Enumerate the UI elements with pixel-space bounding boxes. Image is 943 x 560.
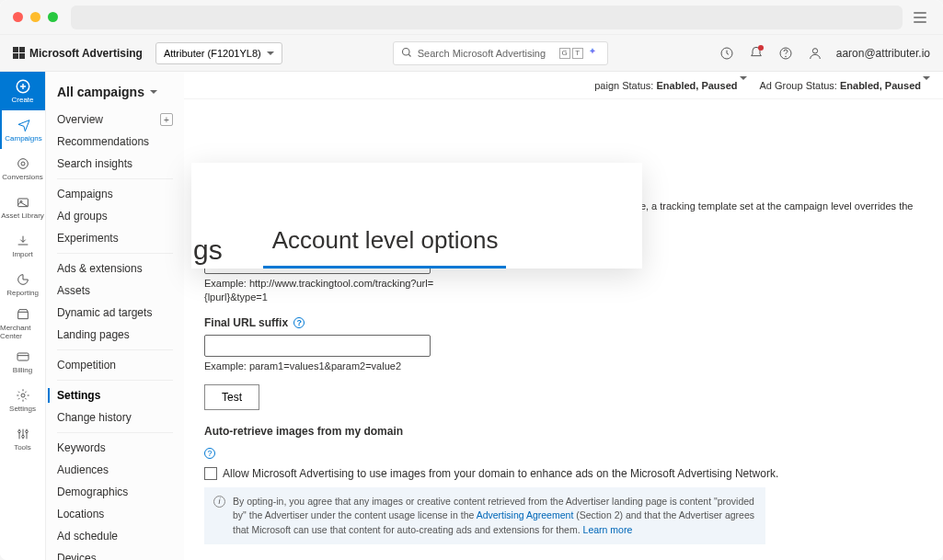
tracking-template-example: Example: http://www.trackingtool.com/tra… [204, 277, 434, 305]
sidebar: All campaigns Overview+ Recommendations … [46, 72, 184, 560]
chevron-down-icon [923, 76, 930, 91]
badge-g: G [559, 48, 570, 59]
info-box: i By opting-in, you agree that any image… [204, 487, 765, 544]
rail-create[interactable]: Create [0, 72, 45, 110]
adgroup-status[interactable]: Ad Group Status: Enabled, Paused [760, 80, 930, 91]
copilot-icon[interactable] [585, 46, 600, 61]
advertising-agreement-link[interactable]: Advertising Agreement [477, 509, 574, 520]
badge-t: T [572, 48, 583, 59]
microsoft-logo-icon [13, 47, 25, 59]
chevron-down-icon [150, 90, 157, 94]
svg-point-17 [25, 430, 28, 433]
notifications-icon[interactable] [748, 45, 765, 62]
active-tab-underline [263, 266, 506, 269]
close-window-button[interactable] [13, 12, 23, 22]
svg-point-0 [402, 48, 409, 55]
svg-line-1 [408, 54, 410, 56]
rail-asset-library[interactable]: Asset Library [0, 188, 45, 226]
final-url-suffix-input[interactable] [204, 335, 431, 357]
sidebar-header[interactable]: All campaigns [46, 81, 184, 109]
sidebar-item-dynamic-ad-targets[interactable]: Dynamic ad targets [46, 302, 184, 324]
campaign-status[interactable]: paign Status: Enabled, Paused [594, 80, 746, 91]
maximize-window-button[interactable] [48, 12, 58, 22]
rail-billing[interactable]: Billing [0, 342, 45, 381]
rail-settings[interactable]: Settings [0, 381, 45, 419]
sidebar-item-recommendations[interactable]: Recommendations [46, 131, 184, 153]
user-email[interactable]: aaron@attributer.io [836, 47, 930, 60]
final-url-suffix-example: Example: param1=values1&param2=value2 [204, 360, 434, 373]
titlebar [0, 0, 943, 35]
rail-conversions[interactable]: Conversions [0, 149, 45, 188]
svg-point-16 [17, 430, 20, 433]
sidebar-item-locations[interactable]: Locations [46, 503, 184, 525]
sidebar-item-competition[interactable]: Competition [46, 354, 184, 376]
svg-point-5 [812, 48, 817, 52]
topbar: Microsoft Advertising Attributer (F1201Y… [0, 35, 943, 72]
sidebar-item-campaigns[interactable]: Campaigns [46, 183, 184, 205]
sidebar-item-change-history[interactable]: Change history [46, 406, 184, 429]
user-icon[interactable] [807, 45, 823, 62]
performance-icon[interactable] [719, 45, 735, 62]
sidebar-item-demographics[interactable]: Demographics [46, 481, 184, 503]
svg-point-4 [785, 56, 786, 57]
sidebar-item-settings[interactable]: Settings [46, 384, 184, 406]
hamburger-icon[interactable] [910, 7, 930, 28]
sidebar-item-ad-groups[interactable]: Ad groups [46, 205, 184, 227]
leftrail: Create Campaigns Conversions Asset Libra… [0, 72, 46, 560]
rail-tools[interactable]: Tools [0, 419, 45, 458]
add-icon[interactable]: + [160, 113, 173, 126]
minimize-window-button[interactable] [30, 12, 40, 22]
auto-retrieve-checkbox-label: Allow Microsoft Advertising to use image… [223, 467, 778, 480]
url-bar[interactable] [71, 6, 903, 29]
info-icon: i [213, 496, 225, 508]
tab-account-level-options[interactable]: Account level options [272, 226, 629, 266]
svg-point-15 [21, 394, 25, 397]
sidebar-item-overview[interactable]: Overview+ [46, 109, 184, 131]
search-icon [401, 47, 412, 60]
chevron-down-icon [267, 51, 274, 55]
learn-more-link[interactable]: Learn more [583, 524, 633, 535]
test-button[interactable]: Test [204, 384, 259, 410]
rail-campaigns[interactable]: Campaigns [0, 110, 45, 149]
brand-label: Microsoft Advertising [13, 47, 143, 60]
auto-retrieve-label: Auto-retrieve images from my domain [204, 425, 923, 438]
account-selector[interactable]: Attributer (F1201YL8) [155, 42, 282, 64]
search-placeholder: Search Microsoft Advertising [418, 48, 546, 59]
final-url-suffix-label: Final URL suffix ? [204, 316, 923, 329]
search-input[interactable]: Search Microsoft Advertising G T [393, 41, 608, 65]
svg-point-9 [21, 162, 25, 166]
auto-retrieve-checkbox[interactable] [204, 467, 217, 480]
sidebar-item-audiences[interactable]: Audiences [46, 459, 184, 481]
rail-import[interactable]: Import [0, 226, 45, 265]
sidebar-item-ads-extensions[interactable]: Ads & extensions [46, 257, 184, 280]
sidebar-item-landing-pages[interactable]: Landing pages [46, 324, 184, 346]
rail-merchant-center[interactable]: Merchant Center [0, 303, 45, 342]
sidebar-item-devices[interactable]: Devices [46, 547, 184, 560]
sidebar-item-keywords[interactable]: Keywords [46, 437, 184, 459]
svg-point-18 [21, 435, 24, 438]
help-icon[interactable] [777, 45, 794, 62]
sidebar-item-assets[interactable]: Assets [46, 280, 184, 302]
rail-reporting[interactable]: Reporting [0, 265, 45, 303]
sidebar-item-ad-schedule[interactable]: Ad schedule [46, 525, 184, 547]
svg-rect-13 [17, 353, 29, 360]
tab-settings-partial[interactable]: gs [193, 234, 223, 266]
help-icon[interactable]: ? [293, 317, 305, 328]
sidebar-item-search-insights[interactable]: Search insights [46, 153, 184, 175]
chevron-down-icon [740, 76, 747, 91]
popup-card: gs Account level options [191, 163, 642, 269]
sidebar-item-experiments[interactable]: Experiments [46, 227, 184, 249]
svg-point-10 [17, 159, 28, 169]
help-icon[interactable]: ? [204, 448, 215, 459]
status-row: paign Status: Enabled, Paused Ad Group S… [184, 72, 943, 99]
